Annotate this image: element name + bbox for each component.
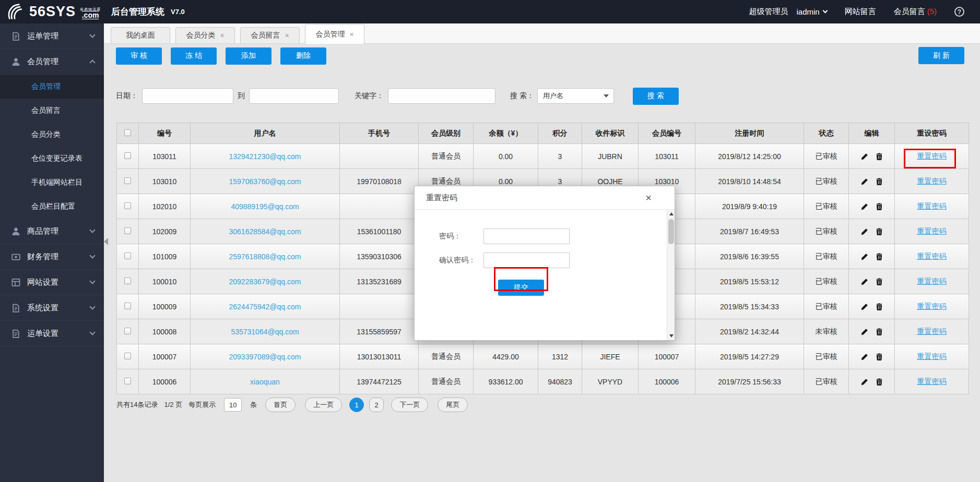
sidebar-group-waybill-settings[interactable]: 运单设置 [0, 321, 104, 346]
reset-password-link[interactable]: 重置密码 [917, 352, 947, 360]
sidebar-item-member-messages[interactable]: 会员留言 [0, 99, 104, 123]
sidebar-group-waybill-management[interactable]: 运单管理 [0, 23, 104, 49]
delete-icon[interactable] [876, 203, 882, 210]
row-checkbox[interactable] [124, 353, 131, 359]
submit-button[interactable]: 提交 [498, 280, 544, 296]
username-link[interactable]: 3061628584@qq.com [229, 227, 301, 236]
confirm-password-input[interactable] [483, 252, 570, 268]
reset-password-link[interactable]: 重置密码 [917, 202, 947, 210]
modal-scrollbar[interactable] [667, 210, 675, 340]
sidebar-item-mobile-site-columns[interactable]: 手机端网站栏目 [0, 171, 104, 195]
date-to-input[interactable] [249, 88, 339, 104]
edit-icon[interactable] [861, 353, 868, 360]
last-page-button[interactable]: 尾页 [438, 397, 468, 412]
username-link[interactable]: 2597618808@qq.com [229, 252, 301, 261]
next-page-button[interactable]: 下一页 [391, 397, 428, 412]
sidebar-item-member-categories[interactable]: 会员分类 [0, 123, 104, 147]
delete-icon[interactable] [876, 303, 882, 310]
username-link[interactable]: 409889195@qq.com [231, 202, 299, 211]
close-icon[interactable]: × [349, 31, 353, 38]
audit-button[interactable]: 审 核 [116, 47, 162, 65]
delete-icon[interactable] [876, 353, 882, 360]
edit-icon[interactable] [861, 153, 868, 160]
user-menu[interactable]: iadmin [796, 7, 826, 16]
row-checkbox[interactable] [124, 227, 131, 234]
row-checkbox[interactable] [124, 278, 131, 284]
delete-icon[interactable] [876, 153, 882, 160]
edit-icon[interactable] [861, 203, 868, 210]
refresh-button[interactable]: 刷 新 [918, 47, 964, 64]
edit-icon[interactable] [861, 378, 868, 385]
row-checkbox[interactable] [124, 303, 131, 309]
date-from-input[interactable] [142, 88, 233, 104]
username-link[interactable]: 2624475942@qq.com [229, 303, 301, 311]
per-page-input[interactable]: 10 [224, 398, 242, 412]
site-messages-link[interactable]: 网站留言 [845, 7, 876, 17]
scrollbar-thumb[interactable] [668, 219, 674, 244]
reset-password-link[interactable]: 重置密码 [917, 377, 947, 385]
edit-icon[interactable] [861, 178, 868, 185]
username-link[interactable]: 535731064@qq.com [231, 328, 299, 336]
row-checkbox[interactable] [124, 202, 131, 209]
edit-icon[interactable] [861, 278, 868, 285]
edit-icon[interactable] [861, 228, 868, 235]
username-link[interactable]: 2092283679@qq.com [229, 278, 301, 286]
reset-password-link[interactable]: 重置密码 [917, 277, 947, 285]
row-checkbox[interactable] [124, 378, 131, 384]
scroll-down-icon[interactable] [667, 332, 675, 340]
username-link[interactable]: xiaoquan [250, 378, 280, 386]
sidebar-group-system-settings[interactable]: 系统设置 [0, 295, 104, 321]
tab-my-desktop[interactable]: 我的桌面 [111, 27, 170, 43]
delete-icon[interactable] [876, 178, 882, 185]
sidebar-item-warehouse-change-log[interactable]: 仓位变更记录表 [0, 147, 104, 171]
sidebar-group-product-management[interactable]: 商品管理 [0, 219, 104, 244]
sidebar-group-member-management[interactable]: 会员管理 [0, 49, 104, 75]
reset-password-link[interactable]: 重置密码 [917, 327, 947, 335]
username-link[interactable]: 2093397089@qq.com [229, 353, 301, 361]
row-checkbox[interactable] [124, 328, 131, 334]
sidebar-item-member-column-config[interactable]: 会员栏目配置 [0, 195, 104, 219]
reset-password-link[interactable]: 重置密码 [917, 252, 947, 260]
delete-button[interactable]: 删除 [280, 47, 326, 65]
delete-icon[interactable] [876, 328, 882, 335]
delete-icon[interactable] [876, 253, 882, 260]
page-button-1[interactable]: 1 [349, 397, 364, 412]
username-link[interactable]: 1597063760@qq.com [229, 177, 301, 186]
reset-password-link[interactable]: 重置密码 [917, 227, 947, 235]
edit-icon[interactable] [861, 253, 868, 260]
delete-icon[interactable] [876, 228, 882, 235]
tab-member-messages[interactable]: 会员留言× [240, 27, 300, 43]
member-messages-link[interactable]: 会员留言(5) [894, 7, 937, 17]
tab-member-management[interactable]: 会员管理× [305, 24, 364, 44]
sidebar-group-finance-management[interactable]: 财务管理 [0, 244, 104, 270]
username-link[interactable]: 1329421230@qq.com [229, 152, 301, 161]
sidebar-item-member-management[interactable]: 会员管理 [0, 75, 104, 99]
scroll-up-icon[interactable] [667, 210, 675, 218]
prev-page-button[interactable]: 上一页 [305, 397, 342, 412]
edit-icon[interactable] [861, 303, 868, 310]
search-type-select[interactable]: 用户名 [537, 88, 614, 104]
row-checkbox[interactable] [124, 252, 131, 259]
reset-password-link[interactable]: 重置密码 [917, 177, 947, 185]
delete-icon[interactable] [876, 378, 882, 385]
tab-member-categories[interactable]: 会员分类× [175, 27, 235, 43]
reset-password-link[interactable]: 重置密码 [917, 152, 947, 160]
edit-icon[interactable] [861, 328, 868, 335]
close-icon[interactable]: × [285, 32, 289, 39]
select-all-checkbox[interactable] [124, 129, 131, 136]
help-icon[interactable]: ? [954, 7, 964, 17]
page-button-2[interactable]: 2 [369, 397, 384, 412]
search-button[interactable]: 搜 索 [633, 88, 679, 105]
password-input[interactable] [483, 228, 570, 244]
freeze-button[interactable]: 冻 结 [171, 47, 217, 65]
sidebar-group-website-settings[interactable]: 网站设置 [0, 270, 104, 295]
row-checkbox[interactable] [124, 177, 131, 184]
close-icon[interactable]: × [220, 32, 224, 39]
first-page-button[interactable]: 首页 [265, 397, 296, 412]
delete-icon[interactable] [876, 278, 882, 285]
keyword-input[interactable] [388, 88, 495, 104]
close-icon[interactable]: × [645, 192, 652, 203]
sidebar-collapse-handle[interactable] [104, 234, 111, 249]
add-button[interactable]: 添加 [226, 47, 271, 65]
reset-password-link[interactable]: 重置密码 [917, 302, 947, 310]
